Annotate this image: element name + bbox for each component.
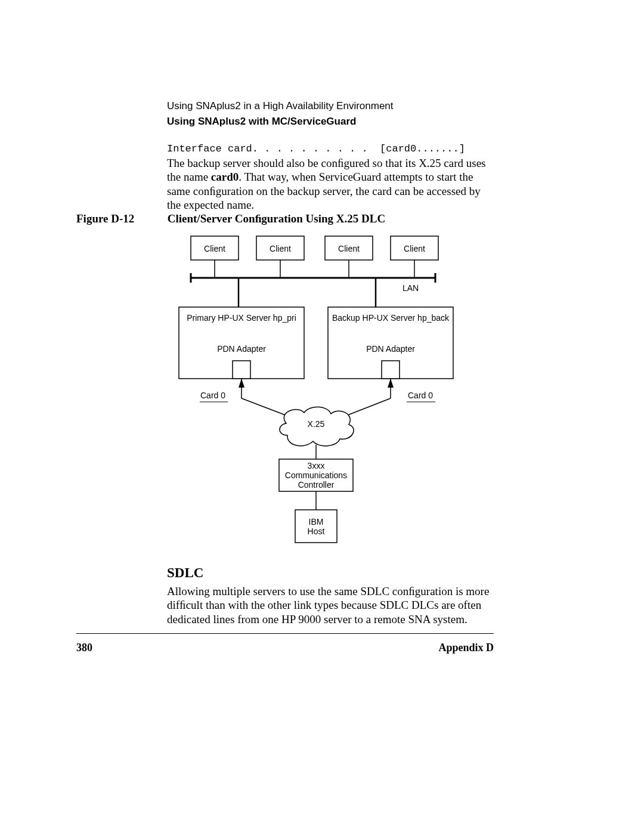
backup-server-label: Backup HP-UX Server hp_back bbox=[332, 313, 450, 323]
client-box-3: Client bbox=[325, 236, 373, 260]
primary-pdn-label: PDN Adapter bbox=[217, 344, 266, 354]
para1-bold-card0: card0 bbox=[211, 171, 239, 183]
x25-label: X.25 bbox=[308, 419, 325, 429]
primary-server-box: Primary HP-UX Server hp_pri PDN Adapter bbox=[179, 307, 304, 379]
card0-left-label: Card 0 bbox=[200, 391, 225, 400]
x25-cloud: X.25 bbox=[280, 407, 354, 445]
client-label-2: Client bbox=[270, 244, 291, 253]
client-box-2: Client bbox=[256, 236, 304, 260]
card0-right: Card 0 bbox=[407, 391, 435, 402]
primary-pdn-port bbox=[233, 361, 250, 379]
backup-cloud-arrow bbox=[339, 379, 394, 419]
host-line2: Host bbox=[308, 527, 325, 536]
svg-marker-8 bbox=[239, 379, 244, 388]
figure-number: Figure D-12 bbox=[76, 212, 165, 225]
header-section: Using SNAplus2 with MC/ServiceGuard bbox=[167, 116, 501, 128]
page-number: 380 bbox=[76, 642, 92, 654]
figure-title: Client/Server Conﬁguration Using X.25 DL… bbox=[168, 212, 385, 225]
footer-rule bbox=[76, 633, 494, 634]
page-footer: 380 Appendix D bbox=[76, 642, 494, 654]
card0-right-label: Card 0 bbox=[408, 391, 433, 400]
host-line1: IBM bbox=[309, 517, 324, 527]
lan-label: LAN bbox=[402, 283, 419, 293]
controller-line3: Controller bbox=[298, 480, 335, 490]
running-header: Using SNAplus2 in a High Availability En… bbox=[167, 100, 501, 128]
backup-server-box: Backup HP-UX Server hp_back PDN Adapter bbox=[328, 307, 453, 379]
header-chapter: Using SNAplus2 in a High Availability En… bbox=[167, 100, 501, 112]
client-label-3: Client bbox=[338, 244, 360, 253]
figure-caption: Figure D-12 Client/Server Conﬁguration U… bbox=[76, 212, 494, 225]
card0-left: Card 0 bbox=[200, 391, 228, 402]
client-box-1: Client bbox=[191, 236, 239, 260]
diagram-svg: Client Client Client Client L bbox=[173, 233, 495, 555]
document-page: Using SNAplus2 in a High Availability En… bbox=[0, 0, 644, 833]
ibm-host-box: IBM Host bbox=[295, 510, 337, 543]
sdlc-paragraph: Allowing multiple servers to use the sam… bbox=[167, 584, 495, 626]
client-label-1: Client bbox=[204, 244, 225, 253]
paragraph-backup-config: The backup server should also be conﬁgur… bbox=[167, 156, 495, 212]
backup-pdn-label: PDN Adapter bbox=[366, 344, 415, 354]
controller-line1: 3xxx bbox=[308, 461, 325, 470]
svg-marker-11 bbox=[388, 379, 394, 388]
backup-pdn-port bbox=[382, 361, 400, 379]
code-interface-card: Interface card. . . . . . . . . . [card0… bbox=[167, 143, 465, 154]
figure-diagram: Client Client Client Client L bbox=[173, 233, 495, 555]
primary-server-label: Primary HP-UX Server hp_pri bbox=[187, 313, 296, 323]
controller-line2: Communications bbox=[285, 470, 347, 480]
client-box-4: Client bbox=[391, 236, 438, 260]
client-label-4: Client bbox=[404, 244, 425, 253]
sdlc-heading: SDLC bbox=[167, 565, 203, 581]
communications-controller-box: 3xxx Communications Controller bbox=[279, 459, 353, 491]
appendix-label: Appendix D bbox=[438, 642, 494, 654]
